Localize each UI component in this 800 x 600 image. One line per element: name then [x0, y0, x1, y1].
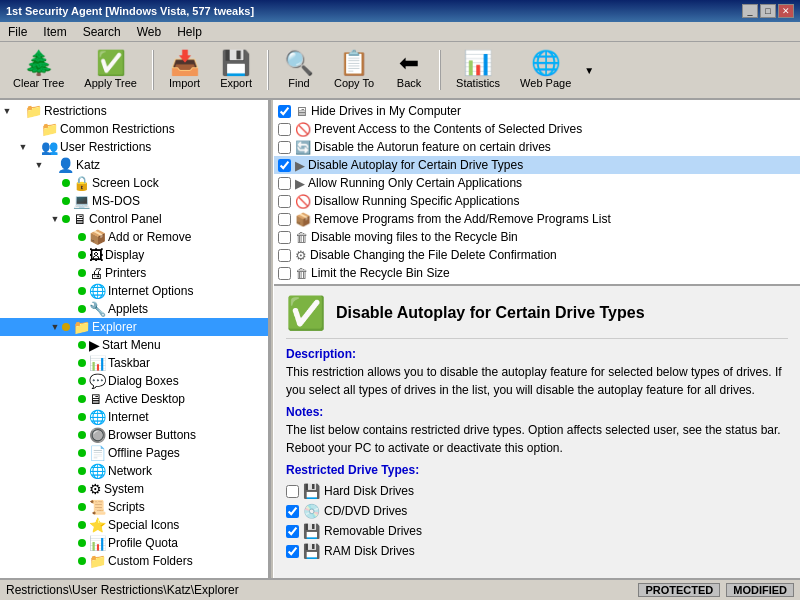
node-label-display: Display — [105, 248, 144, 262]
copy-to-button[interactable]: 📋 Copy To — [327, 47, 381, 93]
apply-tree-button[interactable]: ✅ Apply Tree — [77, 47, 144, 93]
node-icon-dialog-boxes: 💬 — [89, 373, 106, 389]
dot-profile-quota — [78, 539, 86, 547]
checkbox-limit-recycle[interactable] — [278, 267, 291, 280]
checkbox-remove-programs[interactable] — [278, 213, 291, 226]
main-content: ▼📁Restrictions📁Common Restrictions▼👥User… — [0, 100, 800, 578]
tree-item-dialog-boxes[interactable]: 💬Dialog Boxes — [0, 372, 268, 390]
node-icon-restrictions: 📁 — [25, 103, 42, 119]
tree-item-internet-options[interactable]: 🌐Internet Options — [0, 282, 268, 300]
node-label-dialog-boxes: Dialog Boxes — [108, 374, 179, 388]
web-page-button[interactable]: 🌐 Web Page — [513, 47, 578, 93]
list-item-disable-moving[interactable]: 🗑Disable moving files to the Recycle Bin — [274, 228, 800, 246]
tree-item-add-remove[interactable]: 📦Add or Remove — [0, 228, 268, 246]
tree-item-network[interactable]: 🌐Network — [0, 462, 268, 480]
drive-icon: 💿 — [303, 503, 320, 519]
detail-item-icon: ✅ — [286, 294, 326, 332]
drive-checkbox-hard-disk-drives[interactable] — [286, 485, 299, 498]
tree-item-common-restrictions[interactable]: 📁Common Restrictions — [0, 120, 268, 138]
tree-item-custom-folders[interactable]: 📁Custom Folders — [0, 552, 268, 570]
menu-file[interactable]: File — [4, 24, 31, 40]
clear-tree-icon: 🌲 — [24, 51, 54, 75]
detail-pane: ✅ Disable Autoplay for Certain Drive Typ… — [274, 286, 800, 578]
back-button[interactable]: ⬅ Back — [387, 47, 431, 93]
drive-item-removable-drives[interactable]: 💾Removable Drives — [286, 521, 788, 541]
tree-item-special-icons[interactable]: ⭐Special Icons — [0, 516, 268, 534]
list-item-allow-running-only[interactable]: ▶Allow Running Only Certain Applications — [274, 174, 800, 192]
tree-item-display[interactable]: 🖼Display — [0, 246, 268, 264]
drive-checkbox-removable-drives[interactable] — [286, 525, 299, 538]
tree-item-printers[interactable]: 🖨Printers — [0, 264, 268, 282]
description-label: Description: — [286, 347, 788, 361]
dot-special-icons — [78, 521, 86, 529]
row-label-disable-changing: Disable Changing the File Delete Confirm… — [310, 248, 557, 262]
tree-item-explorer[interactable]: ▼📁Explorer — [0, 318, 268, 336]
list-item-disable-autorun[interactable]: 🔄Disable the Autorun feature on certain … — [274, 138, 800, 156]
node-icon-control-panel: 🖥 — [73, 211, 87, 227]
tree-item-system[interactable]: ⚙System — [0, 480, 268, 498]
checkbox-disable-changing[interactable] — [278, 249, 291, 262]
checkbox-disable-autorun[interactable] — [278, 141, 291, 154]
export-button[interactable]: 💾 Export — [213, 47, 259, 93]
maximize-button[interactable]: □ — [760, 4, 776, 18]
tree-item-start-menu[interactable]: ▶Start Menu — [0, 336, 268, 354]
find-button[interactable]: 🔍 Find — [277, 47, 321, 93]
tree-item-ms-dos[interactable]: 💻MS-DOS — [0, 192, 268, 210]
minimize-button[interactable]: _ — [742, 4, 758, 18]
restriction-list[interactable]: 🖥Hide Drives in My Computer🚫Prevent Acce… — [274, 100, 800, 284]
list-item-limit-recycle[interactable]: 🗑Limit the Recycle Bin Size — [274, 264, 800, 282]
close-button[interactable]: ✕ — [778, 4, 794, 18]
node-icon-offline-pages: 📄 — [89, 445, 106, 461]
node-icon-add-remove: 📦 — [89, 229, 106, 245]
list-item-hide-drives[interactable]: 🖥Hide Drives in My Computer — [274, 102, 800, 120]
import-button[interactable]: 📥 Import — [162, 47, 207, 93]
checkbox-allow-running-only[interactable] — [278, 177, 291, 190]
clear-tree-button[interactable]: 🌲 Clear Tree — [6, 47, 71, 93]
node-label-internet: Internet — [108, 410, 149, 424]
list-item-remove-programs[interactable]: 📦Remove Programs from the Add/Remove Pro… — [274, 210, 800, 228]
menu-help[interactable]: Help — [173, 24, 206, 40]
list-item-disallow-running[interactable]: 🚫Disallow Running Specific Applications — [274, 192, 800, 210]
row-label-prevent-access: Prevent Access to the Contents of Select… — [314, 122, 582, 136]
dot-explorer — [62, 323, 70, 331]
tree-item-internet[interactable]: 🌐Internet — [0, 408, 268, 426]
list-item-prevent-access[interactable]: 🚫Prevent Access to the Contents of Selec… — [274, 120, 800, 138]
drive-checkbox-cd/dvd-drives[interactable] — [286, 505, 299, 518]
tree-item-restrictions[interactable]: ▼📁Restrictions — [0, 102, 268, 120]
drive-item-hard-disk-drives[interactable]: 💾Hard Disk Drives — [286, 481, 788, 501]
tree-pane[interactable]: ▼📁Restrictions📁Common Restrictions▼👥User… — [0, 100, 270, 578]
tree-item-scripts[interactable]: 📜Scripts — [0, 498, 268, 516]
checkbox-hide-drives[interactable] — [278, 105, 291, 118]
checkbox-disable-autoplay[interactable] — [278, 159, 291, 172]
drive-checkbox-ram-disk-drives[interactable] — [286, 545, 299, 558]
tree-item-control-panel[interactable]: ▼🖥Control Panel — [0, 210, 268, 228]
tree-item-offline-pages[interactable]: 📄Offline Pages — [0, 444, 268, 462]
protected-badge: PROTECTED — [638, 583, 720, 597]
drive-item-cd/dvd-drives[interactable]: 💿CD/DVD Drives — [286, 501, 788, 521]
dropdown-arrow[interactable]: ▼ — [584, 65, 594, 76]
checkbox-disable-moving[interactable] — [278, 231, 291, 244]
tree-item-profile-quota[interactable]: 📊Profile Quota — [0, 534, 268, 552]
checkbox-prevent-access[interactable] — [278, 123, 291, 136]
dot-internet-options — [78, 287, 86, 295]
back-label: Back — [397, 77, 421, 89]
drive-label: Removable Drives — [324, 524, 422, 538]
tree-item-active-desktop[interactable]: 🖥Active Desktop — [0, 390, 268, 408]
statistics-button[interactable]: 📊 Statistics — [449, 47, 507, 93]
drive-types-label: Restricted Drive Types: — [286, 463, 788, 477]
list-item-disable-autoplay[interactable]: ▶Disable Autoplay for Certain Drive Type… — [274, 156, 800, 174]
tree-item-applets[interactable]: 🔧Applets — [0, 300, 268, 318]
drive-item-ram-disk-drives[interactable]: 💾RAM Disk Drives — [286, 541, 788, 561]
tree-item-screen-lock[interactable]: 🔒Screen Lock — [0, 174, 268, 192]
menu-item[interactable]: Item — [39, 24, 70, 40]
checkbox-disallow-running[interactable] — [278, 195, 291, 208]
menu-web[interactable]: Web — [133, 24, 165, 40]
tree-item-taskbar[interactable]: 📊Taskbar — [0, 354, 268, 372]
list-item-disable-changing[interactable]: ⚙Disable Changing the File Delete Confir… — [274, 246, 800, 264]
tree-item-user-restrictions[interactable]: ▼👥User Restrictions — [0, 138, 268, 156]
tree-item-browser-buttons[interactable]: 🔘Browser Buttons — [0, 426, 268, 444]
node-label-ms-dos: MS-DOS — [92, 194, 140, 208]
tree-item-katz[interactable]: ▼👤Katz — [0, 156, 268, 174]
toolbar: 🌲 Clear Tree ✅ Apply Tree 📥 Import 💾 Exp… — [0, 42, 800, 100]
menu-search[interactable]: Search — [79, 24, 125, 40]
